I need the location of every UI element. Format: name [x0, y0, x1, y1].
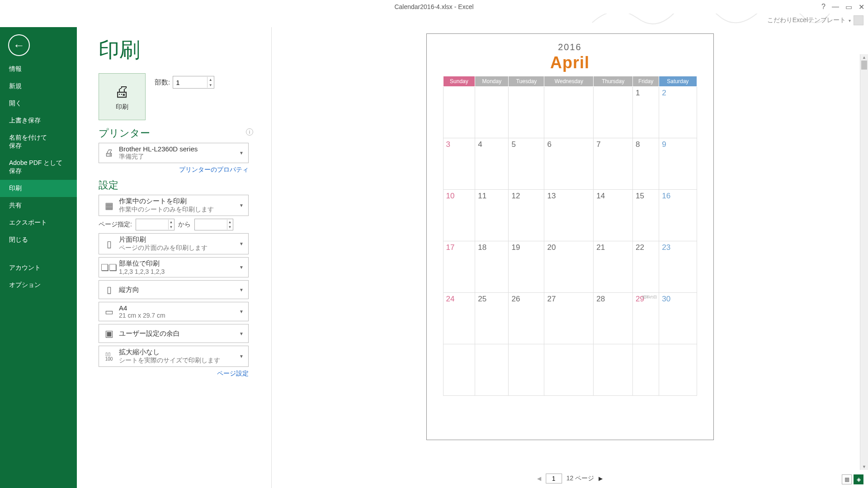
nav-export[interactable]: エクスポート — [0, 214, 77, 231]
printer-device-icon: 🖨 — [102, 146, 116, 160]
page-range-to: から — [178, 221, 191, 229]
arrow-left-icon: ← — [13, 38, 25, 52]
page-range-label: ページ指定: — [99, 221, 132, 229]
chevron-down-icon: ▼ — [237, 354, 245, 359]
nav-close[interactable]: 閉じる — [0, 231, 77, 249]
margins-icon: ▣ — [102, 326, 116, 341]
day-header-wed: Wednesday — [544, 76, 594, 87]
avatar[interactable] — [854, 15, 863, 25]
chevron-down-icon: ▼ — [237, 309, 245, 314]
page-setup-link[interactable]: ページ設定 — [99, 370, 249, 378]
minimize-icon[interactable]: — — [832, 3, 839, 11]
holiday-label: 昭和の日 — [642, 295, 657, 300]
preview-page: 2016 April Sunday Monday Tuesday Wednesd… — [426, 33, 714, 440]
info-icon[interactable]: i — [246, 128, 253, 136]
prev-page-icon[interactable]: ◀ — [537, 475, 541, 482]
window-title: Calendar2016-4.xlsx - Excel — [394, 3, 473, 10]
printer-status: 準備完了 — [119, 153, 237, 161]
one-sided-icon: ▯ — [102, 237, 116, 251]
show-margins-button[interactable]: ▦ — [842, 474, 852, 484]
sheets-icon: ▦ — [102, 198, 116, 213]
chevron-down-icon: ▼ — [237, 203, 245, 208]
margins-dropdown[interactable]: ▣ ユーザー設定の余白 ▼ — [99, 324, 249, 343]
print-button-label: 印刷 — [116, 103, 128, 111]
user-menu-arrow-icon[interactable]: ▾ — [849, 18, 851, 23]
page-title: 印刷 — [99, 36, 253, 64]
day-header-mon: Monday — [475, 76, 509, 87]
day-header-thu: Thursday — [594, 76, 633, 87]
chevron-down-icon: ▼ — [237, 150, 245, 155]
scrollbar-thumb[interactable] — [861, 61, 867, 70]
chevron-down-icon: ▼ — [237, 287, 245, 292]
printer-properties-link[interactable]: プリンターのプロパティ — [99, 166, 249, 174]
page-to-stepper[interactable]: ▲▼ — [194, 219, 233, 230]
page-from-stepper[interactable]: ▲▼ — [136, 219, 175, 230]
help-icon[interactable]: ? — [821, 3, 826, 11]
backstage-sidebar: ← 情報 新規 開く 上書き保存 名前を付けて 保存 Adobe PDF として… — [0, 27, 77, 488]
print-preview: 2016 April Sunday Monday Tuesday Wednesd… — [272, 27, 868, 488]
print-what-dropdown[interactable]: ▦ 作業中のシートを印刷作業中のシートのみを印刷します ▼ — [99, 195, 249, 216]
nav-new[interactable]: 新規 — [0, 78, 77, 95]
zoom-to-page-button[interactable]: ◈ — [854, 474, 863, 484]
chevron-down-icon: ▼ — [237, 331, 245, 336]
copies-stepper[interactable]: 1 ▲▼ — [173, 76, 214, 89]
chevron-up-icon[interactable]: ▲ — [207, 77, 213, 82]
nav-adobe-pdf[interactable]: Adobe PDF として 保存 — [0, 155, 77, 180]
sides-dropdown[interactable]: ▯ 片面印刷ページの片面のみを印刷します ▼ — [99, 233, 249, 254]
scaling-icon: ▯▯100 — [102, 349, 116, 364]
calendar-table: Sunday Monday Tuesday Wednesday Thursday… — [443, 76, 697, 396]
printer-heading: プリンター i — [99, 127, 253, 140]
collate-dropdown[interactable]: ❏❏ 部単位で印刷1,2,3 1,2,3 1,2,3 ▼ — [99, 257, 249, 277]
printer-dropdown[interactable]: 🖨 Brother HL-L2360D series 準備完了 ▼ — [99, 143, 249, 163]
nav-share[interactable]: 共有 — [0, 197, 77, 214]
orientation-dropdown[interactable]: ▯ 縦方向 ▼ — [99, 280, 249, 299]
current-page-field[interactable] — [546, 474, 562, 483]
user-line: こだわりExcelテンプレート ▾ — [0, 14, 868, 27]
nav-options[interactable]: オプション — [0, 277, 77, 294]
nav-open[interactable]: 開く — [0, 95, 77, 112]
vertical-scrollbar[interactable]: ▲ ▼ — [860, 54, 868, 470]
next-page-icon[interactable]: ▶ — [599, 475, 603, 482]
nav-account[interactable]: アカウント — [0, 259, 77, 277]
day-header-sat: Saturday — [659, 76, 697, 87]
nav-saveas[interactable]: 名前を付けて 保存 — [0, 129, 77, 155]
paper-size-dropdown[interactable]: ▭ A421 cm x 29.7 cm ▼ — [99, 302, 249, 321]
day-header-fri: Friday — [632, 76, 659, 87]
settings-heading: 設定 — [99, 178, 253, 192]
zoom-controls: ▦ ◈ — [842, 474, 863, 484]
portrait-icon: ▯ — [102, 282, 116, 297]
paper-icon: ▭ — [102, 305, 116, 319]
back-button[interactable]: ← — [8, 34, 30, 56]
nav-info[interactable]: 情報 — [0, 61, 77, 78]
close-icon[interactable]: ✕ — [859, 3, 864, 11]
chevron-down-icon: ▼ — [237, 241, 245, 246]
calendar-year: 2016 — [443, 42, 697, 52]
print-settings-panel: 印刷 🖨 印刷 部数: 1 ▲▼ プリンター i � — [77, 27, 271, 488]
user-label[interactable]: こだわりExcelテンプレート — [767, 16, 846, 24]
total-pages: 12 ページ — [566, 474, 594, 483]
scaling-dropdown[interactable]: ▯▯100 拡大縮小なしシートを実際のサイズで印刷します ▼ — [99, 346, 249, 367]
printer-icon: 🖨 — [114, 83, 130, 100]
nav-print[interactable]: 印刷 — [0, 180, 77, 197]
day-header-sun: Sunday — [443, 76, 475, 87]
print-button[interactable]: 🖨 印刷 — [99, 73, 146, 120]
copies-label: 部数: — [155, 78, 170, 87]
scroll-down-icon[interactable]: ▼ — [860, 464, 868, 470]
nav-save[interactable]: 上書き保存 — [0, 112, 77, 129]
printer-name: Brother HL-L2360D series — [119, 145, 237, 153]
collate-icon: ❏❏ — [102, 260, 116, 275]
title-bar: Calendar2016-4.xlsx - Excel ? — ▭ ✕ — [0, 0, 868, 14]
restore-icon[interactable]: ▭ — [845, 3, 852, 11]
chevron-down-icon: ▼ — [237, 265, 245, 270]
chevron-down-icon[interactable]: ▼ — [207, 82, 213, 88]
copies-value: 1 — [176, 79, 179, 86]
calendar-month: April — [443, 53, 697, 72]
scroll-up-icon[interactable]: ▲ — [860, 54, 868, 61]
page-navigator: ◀ 12 ページ ▶ — [537, 474, 603, 483]
day-header-tue: Tuesday — [509, 76, 544, 87]
